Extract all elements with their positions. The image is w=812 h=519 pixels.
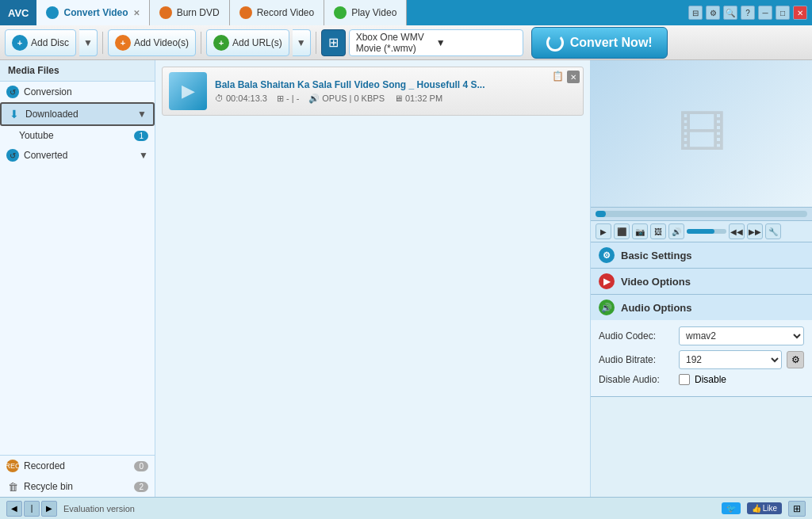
tools-button[interactable]: 🔧 <box>765 223 781 239</box>
main-layout: Media Files ↺ Conversion ⬇ Downloaded ▼ … <box>0 60 812 497</box>
audio-codec-label: Audio Codec: <box>599 330 674 342</box>
tab-record-video[interactable]: Record Video <box>230 0 325 25</box>
prev-frame-button[interactable]: ◀◀ <box>729 223 745 239</box>
screenshot-button[interactable]: 🖼 <box>650 223 666 239</box>
stop-button[interactable]: ⬛ <box>614 223 630 239</box>
record-tab-icon <box>239 6 252 19</box>
disable-audio-label: Disable Audio: <box>599 374 674 385</box>
twitter-icon: 🐦 <box>726 504 736 513</box>
tab-burn-dvd[interactable]: Burn DVD <box>150 0 230 25</box>
add-videos-button[interactable]: + Add Video(s) <box>108 29 196 56</box>
audio-options-content: Audio Codec: wmav2 Audio Bitrate: 192 ⚙ … <box>591 320 812 396</box>
video-info: Bala Bala Shaitan Ka Sala Full Video Son… <box>215 79 576 104</box>
add-disc-button[interactable]: + Add Disc <box>5 29 76 56</box>
window-close-btn[interactable]: ✕ <box>793 6 807 20</box>
add-url-button[interactable]: + Add URL(s) <box>206 29 289 56</box>
audio-icon: 🔊 <box>308 93 320 104</box>
minimize-icon[interactable]: ⊟ <box>688 6 703 20</box>
burn-tab-icon <box>159 6 172 19</box>
next-frame-button[interactable]: ▶▶ <box>747 223 763 239</box>
film-strip-icon: 🎞 <box>678 106 726 161</box>
app-logo: AVC <box>0 0 36 25</box>
disable-audio-checkbox[interactable] <box>679 374 690 385</box>
play-button[interactable]: ▶ <box>596 223 611 239</box>
convert-tab-icon <box>46 6 59 19</box>
content-area: ▶ Bala Bala Shaitan Ka Sala Full Video S… <box>155 60 590 497</box>
window-minimize-btn[interactable]: ─ <box>758 6 772 20</box>
video-thumbnail: ▶ <box>169 72 207 110</box>
volume-icon[interactable]: 🔊 <box>668 223 684 239</box>
video-title[interactable]: Bala Bala Shaitan Ka Sala Full Video Son… <box>215 79 576 90</box>
evaluation-text: Evaluation version <box>63 504 715 513</box>
recycle-badge: 2 <box>134 482 148 492</box>
separator-icon: ⊞ <box>277 93 284 104</box>
audio-codec-select[interactable]: wmav2 <box>679 326 804 345</box>
youtube-badge: 1 <box>134 131 148 141</box>
title-bar: AVC Convert Video ✕ Burn DVD Record Vide… <box>0 0 812 25</box>
video-progress-bar[interactable] <box>596 211 807 217</box>
conversion-icon: ↺ <box>6 86 19 98</box>
recorded-icon: REC <box>6 460 19 472</box>
status-icons: ◀ | ▶ <box>6 501 57 517</box>
basic-settings-icon: ⚙ <box>599 247 615 263</box>
video-meta: ⏱ 00:04:13.3 ⊞ - | - 🔊 OPUS | 0 KBPS 🖥 0… <box>215 93 576 104</box>
add-url-arrow[interactable]: ▼ <box>293 29 311 56</box>
snapshot-button[interactable]: 📷 <box>632 223 648 239</box>
clock-icon: ⏱ <box>215 93 224 103</box>
sidebar-item-recorded[interactable]: REC Recorded 0 <box>0 456 155 476</box>
audio-bitrate-row: Audio Bitrate: 192 ⚙ <box>599 350 804 369</box>
toolbar: + Add Disc ▼ + Add Video(s) + Add URL(s)… <box>0 25 812 60</box>
audio-options-section: 🔊 Audio Options Audio Codec: wmav2 Audio… <box>591 295 812 397</box>
video-options-section: ▶ Video Options <box>591 269 812 295</box>
help-icon[interactable]: ? <box>741 6 755 20</box>
tab-convert-video[interactable]: Convert Video ✕ <box>36 0 149 25</box>
sidebar-item-converted[interactable]: ↺ Converted ▼ <box>0 145 155 166</box>
convert-now-button[interactable]: Convert Now! <box>531 27 668 59</box>
meta-audio: 🔊 OPUS | 0 KBPS <box>308 93 385 104</box>
disable-audio-row: Disable Audio: Disable <box>599 374 804 385</box>
video-options-header[interactable]: ▶ Video Options <box>591 269 812 294</box>
download-icon: ⬇ <box>8 108 21 120</box>
sidebar-item-conversion[interactable]: ↺ Conversion <box>0 82 155 102</box>
status-bar: ◀ | ▶ Evaluation version 🐦 👍 Like ⊞ <box>0 497 812 519</box>
audio-bitrate-label: Audio Bitrate: <box>599 354 674 365</box>
volume-slider[interactable] <box>687 229 726 234</box>
recorded-badge: 0 <box>134 461 148 471</box>
sidebar-header: Media Files <box>0 60 155 82</box>
sidebar-item-downloaded[interactable]: ⬇ Downloaded ▼ <box>0 102 155 126</box>
disable-audio-text: Disable <box>695 374 726 385</box>
audio-bitrate-select[interactable]: 192 <box>679 350 782 369</box>
windows-icon-button[interactable]: ⊞ <box>321 29 346 56</box>
nav-forward-button[interactable]: ⊞ <box>788 501 806 517</box>
status-icon-right[interactable]: ▶ <box>41 501 57 517</box>
status-icon-left[interactable]: ◀ <box>6 501 22 517</box>
search-icon[interactable]: 🔍 <box>723 6 737 20</box>
separator-3 <box>316 32 316 54</box>
windows-flag-icon: ⊞ <box>328 35 339 50</box>
tab-play-video[interactable]: Play Video <box>324 0 407 25</box>
window-restore-btn[interactable]: □ <box>776 6 790 20</box>
preview-area: 🎞 <box>591 60 812 207</box>
play-icon: ▶ <box>182 81 195 101</box>
sidebar-spacer <box>0 166 155 455</box>
status-icon-bar[interactable]: | <box>24 501 40 517</box>
convert-refresh-icon <box>546 34 564 52</box>
video-info-icon[interactable]: 📋 <box>552 71 564 82</box>
add-disc-icon: + <box>12 35 28 51</box>
separator-1 <box>102 32 103 54</box>
add-url-icon: + <box>213 35 229 51</box>
basic-settings-header[interactable]: ⚙ Basic Settings <box>591 242 812 268</box>
right-panel: 🎞 ▶ ⬛ 📷 🖼 🔊 ◀◀ ▶▶ 🔧 ⚙ Basic Se <box>590 60 812 497</box>
twitter-button[interactable]: 🐦 <box>722 502 741 514</box>
audio-options-header[interactable]: 🔊 Audio Options <box>591 295 812 320</box>
add-disc-arrow[interactable]: ▼ <box>79 29 98 56</box>
sidebar-item-recycle[interactable]: 🗑 Recycle bin 2 <box>0 476 155 497</box>
audio-bitrate-gear[interactable]: ⚙ <box>787 351 804 368</box>
meta-separator: ⊞ - | - <box>277 93 299 104</box>
format-selector[interactable]: Xbox One WMV Movie (*.wmv) ▼ <box>349 29 523 56</box>
facebook-like-button[interactable]: 👍 Like <box>747 502 782 514</box>
video-close-button[interactable]: ✕ <box>567 71 580 83</box>
settings-icon[interactable]: ⚙ <box>706 6 720 20</box>
basic-settings-section: ⚙ Basic Settings <box>591 242 812 269</box>
sidebar-item-youtube[interactable]: Youtube 1 <box>0 126 155 145</box>
